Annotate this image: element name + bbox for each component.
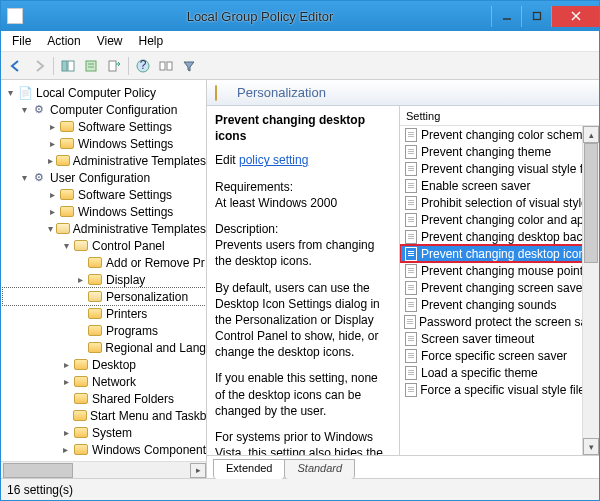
list-item[interactable]: Force specific screen saver: [400, 347, 599, 364]
tree-addremove[interactable]: Add or Remove Pr: [3, 254, 206, 271]
requirements-label: Requirements:: [215, 179, 391, 195]
menu-action[interactable]: Action: [40, 32, 87, 50]
description-pane: Prevent changing desktop icons Edit poli…: [207, 106, 399, 455]
list-item[interactable]: Prevent changing mouse pointer: [400, 262, 599, 279]
policy-icon: [404, 315, 416, 329]
description-text: By default, users can use the Desktop Ic…: [215, 280, 391, 361]
list-item[interactable]: Force a specific visual style file or: [400, 381, 599, 398]
tab-extended[interactable]: Extended: [213, 459, 285, 479]
tree-root[interactable]: ▾📄Local Computer Policy: [3, 84, 206, 101]
scroll-thumb[interactable]: [584, 143, 598, 263]
list-item-label: Prevent changing visual style for: [421, 162, 594, 176]
tree-hscrollbar[interactable]: ▸: [1, 461, 206, 478]
tab-standard[interactable]: Standard: [284, 459, 355, 479]
list-vscrollbar[interactable]: ▴ ▾: [582, 126, 599, 455]
tree-label: Windows Settings: [78, 205, 173, 219]
list-item[interactable]: Prevent changing color and appe: [400, 211, 599, 228]
tree-cc-admin[interactable]: ▸Administrative Templates: [3, 152, 206, 169]
help-button[interactable]: ?: [132, 55, 154, 77]
list-item[interactable]: Prevent changing screen saver: [400, 279, 599, 296]
list-item[interactable]: Load a specific theme: [400, 364, 599, 381]
forward-button[interactable]: [28, 55, 50, 77]
tree-personalization[interactable]: Personalization: [3, 288, 206, 305]
tree-cc-windows[interactable]: ▸Windows Settings: [3, 135, 206, 152]
list-item[interactable]: Prevent changing desktop backg: [400, 228, 599, 245]
tree-computer-config[interactable]: ▾⚙Computer Configuration: [3, 101, 206, 118]
policy-icon: [404, 298, 418, 312]
list-item[interactable]: Prevent changing theme: [400, 143, 599, 160]
tree-uc-windows[interactable]: ▸Windows Settings: [3, 203, 206, 220]
back-button[interactable]: [5, 55, 27, 77]
scroll-down-button[interactable]: ▾: [583, 438, 599, 455]
tree-uc-software[interactable]: ▸Software Settings: [3, 186, 206, 203]
policy-icon: [404, 179, 418, 193]
svg-rect-5: [68, 61, 74, 71]
tree-label: Network: [92, 375, 136, 389]
tree-desktop[interactable]: ▸Desktop: [3, 356, 206, 373]
list-item-label: Prohibit selection of visual style f: [421, 196, 594, 210]
filter-button[interactable]: [178, 55, 200, 77]
list-item-label: Prevent changing theme: [421, 145, 551, 159]
menu-file[interactable]: File: [5, 32, 38, 50]
list-item-label: Prevent changing desktop backg: [421, 230, 595, 244]
close-button[interactable]: [551, 6, 599, 27]
menu-help[interactable]: Help: [132, 32, 171, 50]
tree-printers[interactable]: Printers: [3, 305, 206, 322]
svg-rect-13: [167, 62, 172, 70]
tree-startmenu[interactable]: Start Menu and Taskba: [3, 407, 206, 424]
list-item[interactable]: Password protect the screen save: [400, 313, 599, 330]
svg-rect-6: [86, 61, 96, 71]
requirements-text: At least Windows 2000: [215, 195, 391, 211]
tree-system[interactable]: ▸System: [3, 424, 206, 441]
policy-icon: [404, 128, 418, 142]
tree-label: Windows Component: [92, 443, 206, 457]
list-item-label: Password protect the screen save: [419, 315, 599, 329]
tree-display[interactable]: ▸Display: [3, 271, 206, 288]
policy-icon: [404, 230, 418, 244]
policy-icon: [404, 247, 418, 261]
settings-list-pane: Setting Prevent changing color schemePre…: [399, 106, 599, 455]
properties-button[interactable]: [80, 55, 102, 77]
edit-policy-link[interactable]: policy setting: [239, 153, 308, 167]
list-column-header[interactable]: Setting: [400, 106, 599, 126]
tree-uc-admin[interactable]: ▾Administrative Templates: [3, 220, 206, 237]
tree-network[interactable]: ▸Network: [3, 373, 206, 390]
tree-regional[interactable]: Regional and Lang: [3, 339, 206, 356]
minimize-button[interactable]: [491, 6, 521, 27]
tree-label: Desktop: [92, 358, 136, 372]
tree-cc-software[interactable]: ▸Software Settings: [3, 118, 206, 135]
statusbar: 16 setting(s): [1, 478, 599, 500]
export-list-button[interactable]: [103, 55, 125, 77]
tree[interactable]: ▾📄Local Computer Policy ▾⚙Computer Confi…: [1, 80, 206, 461]
list-item[interactable]: Prevent changing visual style for: [400, 160, 599, 177]
list-item[interactable]: Prohibit selection of visual style f: [400, 194, 599, 211]
show-hide-tree-button[interactable]: [57, 55, 79, 77]
tree-label: Regional and Lang: [105, 341, 206, 355]
maximize-button[interactable]: [521, 6, 551, 27]
policy-icon: [404, 366, 418, 380]
description-label: Description:: [215, 221, 391, 237]
tree-programs[interactable]: Programs: [3, 322, 206, 339]
list-item-label: Screen saver timeout: [421, 332, 534, 346]
tree-label: Printers: [106, 307, 147, 321]
policy-icon: [404, 145, 418, 159]
tree-wincomponents[interactable]: ▸Windows Component: [3, 441, 206, 458]
tree-label: Display: [106, 273, 145, 287]
list-item[interactable]: Screen saver timeout: [400, 330, 599, 347]
list-item-label: Force a specific visual style file or: [420, 383, 599, 397]
tree-user-config[interactable]: ▾⚙User Configuration: [3, 169, 206, 186]
extended-view-button[interactable]: [155, 55, 177, 77]
list-item[interactable]: Enable screen saver: [400, 177, 599, 194]
policy-icon: [404, 383, 417, 397]
tree-control-panel[interactable]: ▾Control Panel: [3, 237, 206, 254]
menu-view[interactable]: View: [90, 32, 130, 50]
settings-list[interactable]: Prevent changing color schemePrevent cha…: [400, 126, 599, 455]
list-item[interactable]: Prevent changing sounds: [400, 296, 599, 313]
scroll-up-button[interactable]: ▴: [583, 126, 599, 143]
list-item-label: Force specific screen saver: [421, 349, 567, 363]
list-item[interactable]: Prevent changing color scheme: [400, 126, 599, 143]
policy-icon: [404, 196, 418, 210]
svg-rect-9: [109, 61, 116, 71]
tree-sharedfolders[interactable]: Shared Folders: [3, 390, 206, 407]
list-item[interactable]: Prevent changing desktop icons: [400, 245, 599, 262]
